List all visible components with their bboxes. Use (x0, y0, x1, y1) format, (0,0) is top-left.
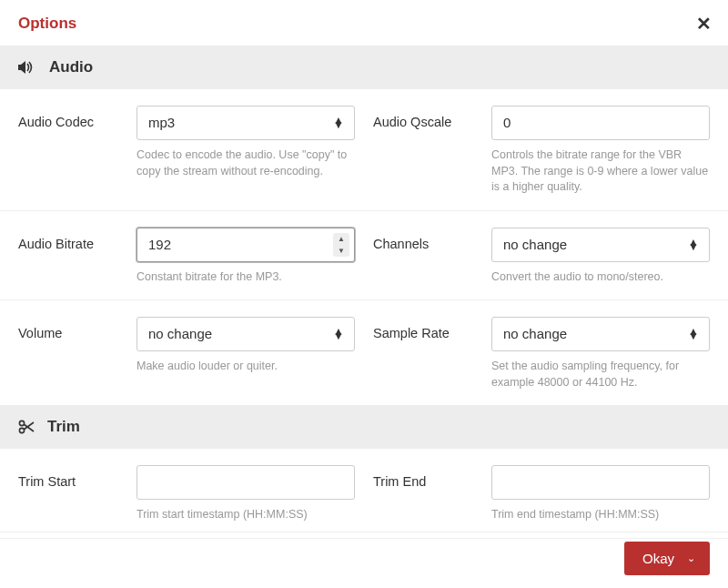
section-title-audio: Audio (49, 58, 93, 76)
sample-rate-select[interactable]: no change (491, 317, 710, 351)
dialog-title: Options (18, 15, 710, 33)
scissors-icon (18, 420, 35, 434)
row-codec-qscale: Audio Codec mp3 ▲▼ Codec to encode the a… (0, 89, 728, 211)
dialog-footer: Okay ⌄ (0, 532, 728, 588)
audio-codec-label: Audio Codec (18, 106, 127, 196)
trim-start-hint: Trim start timestamp (HH:MM:SS) (136, 507, 355, 523)
audio-bitrate-hint: Constant bitrate for the MP3. (136, 269, 355, 286)
volume-hint: Make audio louder or quiter. (136, 359, 355, 375)
section-header-audio: Audio (0, 46, 728, 89)
audio-qscale-input[interactable] (491, 106, 710, 140)
channels-select[interactable]: no change (491, 228, 710, 262)
bitrate-up-icon[interactable]: ▲ (333, 233, 349, 245)
trim-start-input[interactable] (136, 465, 355, 500)
okay-button-label: Okay (642, 551, 674, 566)
audio-bitrate-input[interactable] (136, 228, 355, 262)
trim-end-label: Trim End (373, 465, 482, 523)
sample-rate-hint: Set the audio sampling frequency, for ex… (491, 359, 710, 390)
trim-end-hint: Trim end timestamp (HH:MM:SS) (491, 507, 710, 523)
row-volume-samplerate: Volume no change ▲▼ Make audio louder or… (0, 300, 728, 405)
trim-end-input[interactable] (491, 465, 710, 500)
audio-codec-hint: Codec to encode the audio. Use "copy" to… (136, 147, 355, 179)
audio-qscale-hint: Controls the bitrate range for the VBR M… (491, 147, 710, 196)
channels-hint: Convert the audio to mono/stereo. (491, 269, 710, 286)
volume-icon (18, 60, 36, 75)
row-bitrate-channels: Audio Bitrate ▲ ▼ Constant bitrate for t… (0, 211, 728, 301)
section-title-trim: Trim (47, 418, 80, 436)
close-icon[interactable]: ✕ (696, 13, 712, 35)
channels-label: Channels (373, 228, 482, 286)
chevron-down-icon: ⌄ (687, 553, 695, 564)
audio-bitrate-label: Audio Bitrate (18, 228, 127, 286)
sample-rate-label: Sample Rate (373, 317, 482, 390)
bitrate-spinner: ▲ ▼ (333, 233, 349, 257)
bitrate-down-icon[interactable]: ▼ (333, 245, 349, 257)
volume-select[interactable]: no change (136, 317, 355, 351)
volume-label: Volume (18, 317, 127, 390)
row-trim: Trim Start Trim start timestamp (HH:MM:S… (0, 449, 728, 539)
audio-codec-select[interactable]: mp3 (136, 106, 355, 140)
trim-start-label: Trim Start (18, 465, 127, 523)
dialog-header: Options ✕ (0, 0, 728, 46)
okay-button[interactable]: Okay ⌄ (624, 542, 710, 575)
audio-qscale-label: Audio Qscale (373, 106, 482, 196)
section-header-trim: Trim (0, 405, 728, 449)
